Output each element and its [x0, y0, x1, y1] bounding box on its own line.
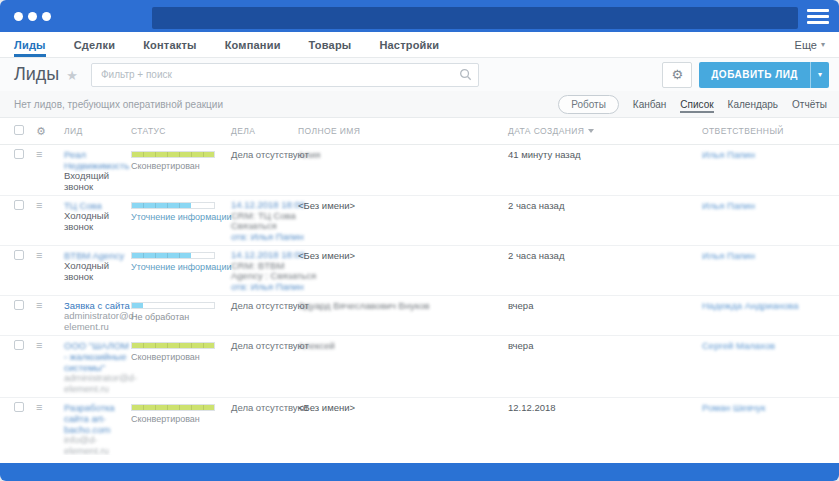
- hamburger-menu-icon[interactable]: [807, 9, 829, 24]
- nav-tab-products[interactable]: Товары: [309, 32, 352, 57]
- activity-link[interactable]: отв: Илья Папин: [231, 282, 298, 293]
- nav-tab-settings[interactable]: Настройки: [379, 32, 439, 57]
- row-checkbox-cell: [0, 402, 36, 414]
- full-name-text: Алексей: [298, 340, 335, 351]
- status-progress-bar: [131, 252, 215, 259]
- nav-tab-companies[interactable]: Компании: [225, 32, 281, 57]
- status-cell: Сконвертирован: [131, 149, 231, 172]
- activity-link[interactable]: отв: Илья Папин: [231, 232, 298, 243]
- full-name-text: <Без имени>: [298, 250, 355, 261]
- add-lead-dropdown[interactable]: ▾: [810, 62, 829, 88]
- search-input[interactable]: [91, 63, 479, 87]
- lead-link[interactable]: Реал Недвижимость: [64, 149, 131, 171]
- responsible-cell: Илья Папин: [702, 149, 839, 160]
- activity-line: Связаться: [231, 221, 298, 232]
- row-menu-icon[interactable]: ≡: [36, 339, 42, 351]
- nav-tab-contacts[interactable]: Контакты: [143, 32, 196, 57]
- column-header[interactable]: ПОЛНОЕ ИМЯ: [298, 126, 508, 136]
- footer-bar: [0, 463, 839, 481]
- responsible-link[interactable]: Надежда Андрианова: [702, 300, 798, 311]
- row-checkbox[interactable]: [14, 300, 24, 310]
- table-header: ⚙ ЛИДСТАТУСДЕЛАПОЛНОЕ ИМЯДАТА СОЗДАНИЯОТ…: [0, 118, 839, 145]
- activity-link[interactable]: 14.12.2018 18:00: [231, 250, 298, 261]
- column-header[interactable]: ДАТА СОЗДАНИЯ: [508, 126, 702, 136]
- row-menu-icon[interactable]: ≡: [36, 249, 42, 261]
- view-tab-kanban[interactable]: Канбан: [633, 93, 667, 115]
- row-checkbox[interactable]: [14, 402, 24, 412]
- lead-subtext: Холодный звонок: [64, 211, 131, 232]
- row-checkbox[interactable]: [14, 340, 24, 350]
- row-checkbox[interactable]: [14, 250, 24, 260]
- status-label: Уточнение информации: [131, 212, 231, 223]
- row-checkbox-cell: [0, 250, 36, 262]
- row-menu-icon[interactable]: ≡: [36, 199, 42, 211]
- lead-link[interactable]: Разработка сайта art-bacho.com: [64, 402, 131, 435]
- column-header[interactable]: ДЕЛА: [231, 126, 298, 136]
- row-menu-icon[interactable]: ≡: [36, 401, 42, 413]
- table-row: ≡Заявка с сайтаadministrator@d-element.r…: [0, 296, 839, 336]
- toolbar: Лиды ★ ⚙ ДОБАВИТЬ ЛИД ▾: [0, 58, 839, 91]
- lead-link[interactable]: ТЦ Сова: [64, 200, 131, 211]
- search-icon: [459, 68, 472, 81]
- view-tab-list[interactable]: Список: [680, 93, 713, 115]
- select-all-checkbox[interactable]: [14, 125, 24, 135]
- topbar: [0, 0, 839, 32]
- responsible-link[interactable]: Илья Папин: [702, 250, 755, 261]
- status-label: Сконвертирован: [131, 352, 231, 363]
- empty-leads-message: Нет лидов, требующих оперативной реакции: [14, 99, 223, 110]
- lead-cell: Разработка сайта art-bacho.cominfo@d-ele…: [64, 402, 131, 455]
- status-progress-bar: [131, 302, 215, 309]
- activity-cell: Дела отсутствуют: [231, 402, 298, 413]
- robots-button[interactable]: Роботы: [558, 95, 619, 114]
- lead-link[interactable]: BTBM Agency: [64, 250, 131, 261]
- topbar-blurred-region: [152, 7, 798, 29]
- row-checkbox[interactable]: [14, 149, 24, 159]
- view-tab-calendar[interactable]: Календарь: [728, 93, 778, 115]
- column-header[interactable]: СТАТУС: [131, 126, 231, 136]
- status-cell: Сконвертирован: [131, 402, 231, 425]
- lead-cell: ТЦ СоваХолодный звонок: [64, 200, 131, 232]
- add-lead-button[interactable]: ДОБАВИТЬ ЛИД ▾: [699, 62, 829, 88]
- favorite-star-icon[interactable]: ★: [66, 68, 78, 83]
- created-date-cell: 41 минуту назад: [508, 149, 702, 160]
- lead-subtext: Холодный звонок: [64, 261, 131, 282]
- activity-link[interactable]: 14.12.2018 18:00: [231, 200, 298, 211]
- bottom-spacer: [0, 455, 839, 463]
- responsible-cell: Надежда Андрианова: [702, 300, 839, 311]
- column-header-label: ОТВЕТСТВЕННЫЙ: [702, 126, 784, 136]
- responsible-link[interactable]: Илья Папин: [702, 200, 755, 211]
- full-name-cell: Алия: [298, 149, 508, 160]
- status-progress-fill: [132, 343, 214, 348]
- grid-settings-gear-icon[interactable]: ⚙: [36, 125, 46, 137]
- nav-tab-deals[interactable]: Сделки: [74, 32, 116, 57]
- full-name-text: <Без имени>: [298, 402, 355, 413]
- lead-link[interactable]: ООО "ШАЛОМ - жалюзийные системы": [64, 340, 131, 373]
- responsible-link[interactable]: Илья Папин: [702, 149, 755, 160]
- view-tab-reports[interactable]: Отчёты: [792, 93, 827, 115]
- header-gear-cell: ⚙: [36, 126, 64, 137]
- responsible-link[interactable]: Сергей Малахов: [702, 340, 775, 351]
- status-progress-bar: [131, 404, 215, 411]
- search-filter: [91, 63, 479, 87]
- column-header[interactable]: ОТВЕТСТВЕННЫЙ: [702, 126, 839, 136]
- responsible-cell: Сергей Малахов: [702, 340, 839, 351]
- app-dots-icon: [14, 12, 51, 21]
- activity-line: Agency : Связаться: [231, 271, 298, 282]
- row-menu-icon[interactable]: ≡: [36, 299, 42, 311]
- responsible-link[interactable]: Роман Шевчук: [702, 402, 765, 413]
- main-nav: ЛидыСделкиКонтактыКомпанииТоварыНастройк…: [0, 32, 839, 58]
- more-menu[interactable]: Еще ▾: [795, 32, 825, 57]
- column-header-label: ДЕЛА: [231, 126, 255, 136]
- status-label: Сконвертирован: [131, 161, 231, 172]
- no-activity-text: Дела отсутствуют: [231, 340, 298, 351]
- column-header[interactable]: ЛИД: [64, 126, 131, 136]
- row-menu-cell: ≡: [36, 402, 64, 413]
- table-row: ≡Реал НедвижимостьВходящий звонокСконвер…: [0, 145, 839, 196]
- app-window: ЛидыСделкиКонтактыКомпанииТоварыНастройк…: [0, 0, 839, 481]
- row-checkbox[interactable]: [14, 200, 24, 210]
- nav-tab-leads[interactable]: Лиды: [14, 32, 46, 57]
- row-menu-icon[interactable]: ≡: [36, 148, 42, 160]
- settings-gear-button[interactable]: ⚙: [662, 62, 692, 88]
- status-progress-bar: [131, 202, 215, 209]
- full-name-cell: Алексей: [298, 340, 508, 351]
